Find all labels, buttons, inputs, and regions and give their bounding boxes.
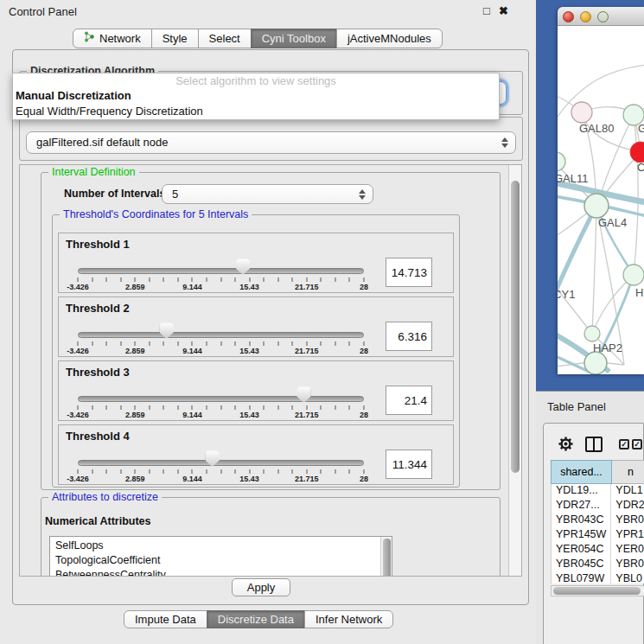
network-view-window[interactable]: GAL80 G C GAL11 GAL4 GCY1 H HAP2 [558,7,644,374]
tab-network[interactable]: Network [73,29,152,48]
node-label: GAL11 [558,172,589,185]
threshold-panel: Threshold 3 -3.426 2.859 9.144 15.43 21.… [58,360,454,421]
table-row[interactable]: YBL079WYBL0 [552,572,644,583]
network-node-selected[interactable] [630,142,644,163]
threshold-slider-track[interactable] [78,396,364,402]
table-row[interactable]: YBR043CYBR0 [552,513,644,528]
network-window-titlebar[interactable] [558,7,644,26]
threshold-slider-track[interactable] [78,460,364,466]
tab-discretize-data[interactable]: Discretize Data [207,610,305,628]
threshold-panel: Threshold 2 -3.426 2.859 9.144 15.43 21.… [58,296,454,357]
threshold-slider-track[interactable] [78,332,364,338]
network-node[interactable] [584,352,607,374]
interval-definition-group: Interval Definition Number of Intervals … [41,172,501,490]
dropdown-item-equal-width-frequency[interactable]: Equal Width/Frequency Discretization [13,104,499,119]
network-node[interactable] [584,326,600,341]
table-row[interactable]: YPR145WYPR1 [552,528,644,543]
table-row[interactable]: YDR27...YDR2 [552,499,644,513]
list-item[interactable]: BetweennessCentrality [50,568,392,577]
tick-label: 28 [360,411,368,419]
numerical-attributes-label: Numerical Attributes [45,515,150,527]
table-data-combobox[interactable]: galFiltered.sif default node [26,131,516,154]
tick-label: 2.859 [125,347,145,355]
threshold-value-field[interactable] [386,386,432,415]
threshold-value-field[interactable] [386,322,432,351]
group-title: Interval Definition [48,166,139,178]
settings-scroll-pane: Interval Definition Number of Intervals … [19,164,522,577]
network-canvas[interactable]: GAL80 G C GAL11 GAL4 GCY1 H HAP2 [558,26,644,374]
list-item[interactable]: TopologicalCoefficient [50,553,392,568]
slider-tick-labels: -3.426 2.859 9.144 15.43 21.715 28 [78,283,364,291]
table-row[interactable]: YDL19...YDL1 [552,484,644,499]
node-label: C [637,161,644,174]
tick-label: 9.144 [182,347,202,355]
node-label: GCY1 [558,288,575,301]
checkbox-icon[interactable] [619,439,629,450]
tab-select[interactable]: Select [198,29,252,48]
node-label: GAL4 [598,216,627,229]
threshold-slider-track[interactable] [78,268,364,274]
minimize-traffic-light-icon[interactable] [580,11,591,22]
zoom-traffic-light-icon[interactable] [597,11,609,22]
tick-label: 2.859 [125,283,145,291]
tab-style[interactable]: Style [151,29,199,48]
threshold-value-field[interactable] [386,258,432,287]
network-node[interactable] [623,265,644,285]
combo-arrows-icon [501,137,508,148]
tab-impute-data[interactable]: Impute Data [124,610,207,628]
table-row[interactable]: YER054CYER0 [552,543,644,558]
float-icon[interactable]: □ [483,4,490,17]
tick-label: -3.426 [67,347,89,355]
dropdown-item-manual-discretization[interactable]: Manual Discretization [13,88,499,104]
tick-label: 15.43 [239,475,259,483]
node-label: H [635,286,643,299]
tick-label: 28 [360,475,368,483]
close-traffic-light-icon[interactable] [563,11,574,22]
column-header-shared-name[interactable]: shared... [551,460,612,484]
scrollbar-thumb[interactable] [553,587,641,595]
network-nodes [558,102,644,374]
tab-jactivemnodules[interactable]: jActiveMNodules [336,29,443,48]
apply-button[interactable]: Apply [232,578,290,596]
slider-tick-labels: -3.426 2.859 9.144 15.43 21.715 28 [78,475,364,483]
group-title: Threshold's Coordinates for 5 Intervals [60,208,252,220]
table-panel: Table Panel shared. [536,391,644,644]
network-icon [84,29,95,48]
table-row[interactable]: YBR045CYBR0 [552,558,644,572]
tick-label: 21.715 [295,411,319,419]
network-node[interactable] [571,102,592,123]
table-horizontal-scrollbar[interactable] [551,585,644,596]
threshold-panel: Threshold 1 -3.426 2.859 9.144 15.43 21.… [58,233,454,293]
table-panel-window: shared... n YDL19...YDL1 YDR27...YDR2 YB… [543,423,644,644]
settings-vertical-scrollbar[interactable] [508,165,521,576]
checkbox-icon[interactable] [632,439,642,450]
tick-label: 2.859 [125,475,145,483]
tab-infer-network[interactable]: Infer Network [304,610,393,628]
number-of-intervals-label: Number of Intervals [64,188,165,200]
list-item[interactable]: SelfLoops [50,537,392,553]
column-header-name[interactable]: n [612,460,644,484]
tick-label: 15.43 [239,411,259,419]
tick-label: 21.715 [295,283,319,291]
list-scrollbar[interactable] [380,537,392,577]
bottom-tab-bar: Impute Data Discretize Data Infer Networ… [124,610,393,628]
table-toolbar [544,424,643,458]
slider-tick-labels: -3.426 2.859 9.144 15.43 21.715 28 [78,347,364,355]
tick-label: 28 [360,283,368,291]
split-columns-icon[interactable] [585,437,603,452]
dropdown-placeholder-item: Select algorithm to view settings [13,73,499,88]
threshold-value-field[interactable] [386,450,432,479]
tick-label: -3.426 [67,475,89,483]
close-icon[interactable]: ✖ [499,4,508,17]
node-label: GAL80 [579,122,614,135]
table-panel-title: Table Panel [547,400,606,413]
network-node[interactable] [584,194,609,218]
scrollbar-thumb[interactable] [511,181,520,473]
screen: Control Panel □ ✖ Network Style Select C… [0,0,644,644]
network-node[interactable] [558,152,565,171]
number-of-intervals-combobox[interactable]: 5 [162,184,373,204]
tab-cyni-toolbox[interactable]: Cyni Toolbox [251,29,337,48]
node-table: shared... n YDL19...YDL1 YDR27...YDR2 YB… [551,460,644,607]
attributes-group: Attributes to discretize Numerical Attri… [41,497,501,577]
gear-icon[interactable] [558,436,574,456]
